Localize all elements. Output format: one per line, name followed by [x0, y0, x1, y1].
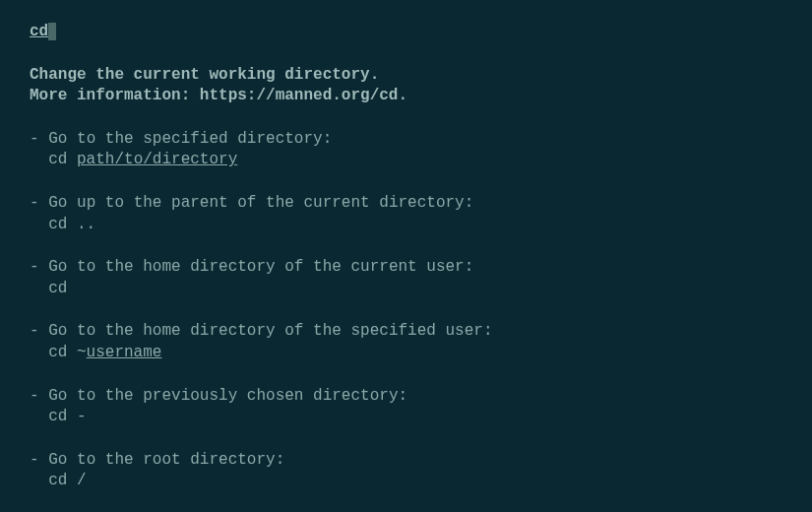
example-command: cd - [30, 407, 782, 428]
description: Change the current working directory. Mo… [30, 65, 782, 107]
command-placeholder: username [87, 344, 162, 361]
example-command: cd / [30, 471, 782, 492]
example-item: - Go to the home directory of the specif… [30, 321, 782, 363]
example-item: - Go to the specified directory: cd path… [30, 129, 782, 171]
description-line: Change the current working directory. [30, 65, 782, 87]
command-placeholder: path/to/directory [77, 151, 237, 168]
example-command: cd [30, 279, 782, 300]
example-command: cd path/to/directory [30, 150, 782, 171]
example-description: - Go up to the parent of the current dir… [30, 193, 782, 215]
example-description: - Go to the previously chosen directory: [30, 386, 782, 408]
examples-list: - Go to the specified directory: cd path… [30, 129, 782, 492]
example-item: - Go to the previously chosen directory:… [30, 386, 782, 428]
cursor [48, 23, 56, 40]
terminal-output: cd Change the current working directory.… [30, 22, 782, 492]
example-command: cd ~username [30, 343, 782, 364]
example-description: - Go to the home directory of the specif… [30, 321, 782, 343]
example-item: - Go up to the parent of the current dir… [30, 193, 782, 235]
example-description: - Go to the specified directory: [30, 129, 782, 151]
description-line: More information: https://manned.org/cd. [30, 86, 782, 107]
title-line: cd [30, 22, 782, 43]
example-description: - Go to the root directory: [30, 450, 782, 472]
example-item: - Go to the home directory of the curren… [30, 257, 782, 299]
example-item: - Go to the root directory: cd / [30, 450, 782, 492]
example-description: - Go to the home directory of the curren… [30, 257, 782, 279]
example-command: cd .. [30, 215, 782, 236]
command-name: cd [30, 22, 48, 43]
